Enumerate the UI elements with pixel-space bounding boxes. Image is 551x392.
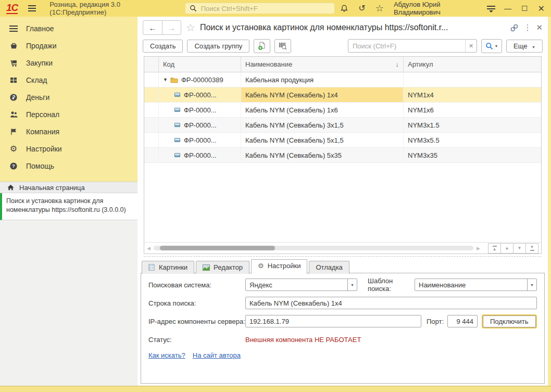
- column-header-code[interactable]: Код: [159, 57, 241, 72]
- how-to-search-link[interactable]: Как искать?: [148, 351, 185, 359]
- more-menu-icon[interactable]: ⋮: [523, 23, 531, 32]
- name-cell: Кабель NYM (Севкабель) 1x4: [241, 87, 404, 102]
- search-string-label: Строка поиска:: [148, 299, 245, 307]
- horizontal-scrollbar[interactable]: [154, 246, 473, 250]
- image-editor-icon: [203, 264, 210, 271]
- favorite-star-icon[interactable]: ☆: [186, 21, 195, 34]
- column-label: Наименование: [245, 60, 292, 68]
- open-window-item[interactable]: Поиск и установка картинок для номенклат…: [0, 193, 137, 220]
- list-search-box[interactable]: ✕: [348, 39, 477, 53]
- sidebar-item-sales[interactable]: Продажи: [0, 37, 137, 54]
- code-cell: ФР-0000...: [159, 148, 241, 162]
- expand-triangle-icon[interactable]: ▼: [163, 77, 168, 82]
- sidebar-item-warehouse[interactable]: Склад: [0, 71, 137, 88]
- chevron-down-icon[interactable]: ▼: [527, 279, 536, 290]
- sidebar-item-settings[interactable]: ⚙ Настройки: [0, 140, 137, 157]
- pane-splitter[interactable]: [144, 256, 542, 257]
- item-icon: [174, 123, 180, 127]
- ip-input[interactable]: [245, 315, 421, 327]
- minimize-icon[interactable]: —: [504, 4, 511, 12]
- article-cell: NYM3x35: [404, 148, 541, 162]
- app-title: Розница, редакция 3.0 (1С:Предприятие): [49, 1, 171, 16]
- create-button[interactable]: Создать: [143, 40, 183, 53]
- get-link-icon[interactable]: [510, 23, 519, 32]
- code-cell: ФР-0000...: [159, 103, 241, 117]
- row-marker-cell: [144, 118, 159, 132]
- tab-label: Картинки: [159, 263, 187, 271]
- column-header-marker[interactable]: [144, 57, 159, 72]
- bottom-tabs: Картинки Редактор ⚙ Настройки Отладка: [142, 259, 351, 274]
- row-code: ФР-0000...: [184, 121, 217, 129]
- connect-button[interactable]: Подключить: [483, 315, 536, 327]
- document-header: ← → ☆ Поиск и установка картинок для ном…: [143, 20, 543, 35]
- ip-label: IP-адрес компоненты сервера:: [148, 318, 245, 325]
- favorites-star-icon[interactable]: ☆: [375, 4, 384, 13]
- row-marker-cell: [144, 72, 159, 87]
- sidebar-item-main[interactable]: Главное: [0, 20, 137, 37]
- table-group-row[interactable]: ▼ ФР-00000389 Кабельная продукция: [144, 72, 541, 87]
- tab-editor[interactable]: Редактор: [196, 261, 249, 274]
- table-row[interactable]: ФР-0000... Кабель NYM (Севкабель) 1x6 NY…: [144, 103, 541, 118]
- bell-icon[interactable]: [340, 4, 348, 12]
- titlebar: 1С Розница, редакция 3.0 (1С:Предприятие…: [0, 0, 551, 17]
- sidebar-item-label: Компания: [26, 128, 59, 136]
- go-up-button[interactable]: ▲: [500, 243, 514, 254]
- sidebar-item-help[interactable]: ? Помощь: [0, 157, 137, 174]
- barcode-search-button[interactable]: [274, 39, 291, 53]
- table-row[interactable]: ФР-0000... Кабель NYM (Севкабель) 5x1,5 …: [144, 133, 541, 148]
- forward-button[interactable]: →: [162, 21, 181, 34]
- home-page-item[interactable]: Начальная страница: [0, 182, 137, 193]
- sidebar-item-staff[interactable]: Персонал: [0, 106, 137, 123]
- close-icon[interactable]: ✕: [538, 4, 545, 14]
- go-first-button[interactable]: ▲: [488, 243, 501, 254]
- back-button[interactable]: ←: [143, 21, 162, 34]
- search-template-select[interactable]: Наименование ▼: [415, 279, 537, 291]
- add-document-button[interactable]: [254, 39, 270, 53]
- column-label: Код: [163, 60, 174, 68]
- sections-menu: Главное Продажи Закупки Склад Деньги: [0, 17, 137, 174]
- tab-debug[interactable]: Отладка: [309, 261, 349, 274]
- chevron-down-icon[interactable]: ▼: [347, 279, 357, 290]
- sidebar-item-company[interactable]: Компания: [0, 123, 137, 140]
- search-engine-select[interactable]: Яндекс ▼: [245, 279, 357, 291]
- status-label: Статус:: [148, 336, 245, 344]
- create-group-button[interactable]: Создать группу: [187, 40, 249, 53]
- scroll-right-icon[interactable]: ▶: [477, 246, 480, 251]
- sidebar-item-money[interactable]: Деньги: [0, 88, 137, 106]
- search-string-input[interactable]: [245, 297, 537, 309]
- home-icon: [7, 184, 15, 191]
- people-icon: [9, 110, 18, 119]
- main-menu-icon[interactable]: [28, 5, 36, 11]
- history-icon[interactable]: ↺: [358, 4, 365, 12]
- port-input[interactable]: [447, 315, 478, 327]
- table-row[interactable]: ФР-0000... Кабель NYM (Севкабель) 3x1,5 …: [144, 118, 541, 133]
- column-header-article[interactable]: Артикул: [404, 57, 541, 72]
- global-search-input[interactable]: [200, 4, 331, 13]
- author-site-link[interactable]: На сайт автора: [193, 351, 241, 359]
- tab-pictures[interactable]: Картинки: [142, 261, 194, 274]
- clear-search-icon[interactable]: ✕: [465, 40, 477, 52]
- maximize-icon[interactable]: ☐: [521, 4, 528, 12]
- sidebar-item-purchases[interactable]: Закупки: [0, 54, 137, 71]
- more-button[interactable]: Еще ▼: [506, 40, 543, 53]
- window-frame-right: [548, 17, 551, 386]
- name-cell: Кабель NYM (Севкабель) 3x1,5: [241, 118, 404, 132]
- table-empty-area: [144, 163, 541, 242]
- name-cell: Кабель NYM (Севкабель) 5x35: [241, 148, 404, 162]
- search-options-button[interactable]: ▼: [481, 39, 502, 53]
- table-row[interactable]: ФР-0000... Кабель NYM (Севкабель) 1x4 NY…: [144, 87, 541, 103]
- table-row[interactable]: ФР-0000... Кабель NYM (Севкабель) 5x35 N…: [144, 148, 541, 163]
- close-window-icon[interactable]: ✕: [536, 23, 543, 32]
- service-menu-icon[interactable]: [487, 5, 494, 11]
- code-cell: ФР-0000...: [159, 118, 241, 132]
- go-last-button[interactable]: ▼: [525, 243, 539, 254]
- go-down-button[interactable]: ▼: [513, 243, 526, 254]
- tab-settings[interactable]: ⚙ Настройки: [251, 259, 307, 274]
- scrollbar-thumb[interactable]: [160, 246, 275, 250]
- server-row: IP-адрес компоненты сервера: Порт: Подкл…: [148, 315, 537, 327]
- list-search-input[interactable]: [348, 42, 465, 50]
- scroll-left-icon[interactable]: ◀: [147, 246, 151, 251]
- column-header-name[interactable]: Наименование ↓: [241, 57, 404, 72]
- titlebar-user-name[interactable]: Абдулов Юрий Владимирович: [394, 1, 477, 16]
- global-search-box[interactable]: [185, 3, 335, 14]
